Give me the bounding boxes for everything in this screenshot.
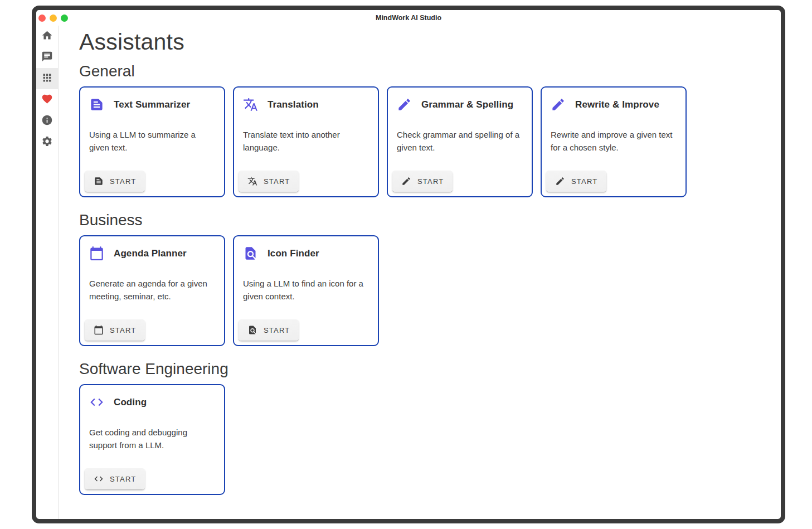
apps-grid-icon [41, 72, 53, 86]
pencil-icon [555, 176, 565, 186]
section-software-engineering: Software Engineering Coding Get coding a… [79, 360, 770, 495]
card-row: Agenda Planner Generate an agenda for a … [79, 235, 770, 346]
code-icon [94, 474, 104, 484]
main-content: Assistants General Text Summarizer Using… [59, 26, 781, 519]
pencil-icon [401, 176, 411, 186]
find-icon [247, 325, 257, 335]
assistant-card-text-summarizer: Text Summarizer Using a LLM to summarize… [79, 86, 225, 197]
card-actions: START [80, 166, 224, 196]
card-description: Using a LLM to summarize a given text. [80, 128, 224, 154]
start-button-rewrite-improve[interactable]: START [546, 171, 606, 192]
start-button-label: START [110, 177, 136, 186]
sidebar-item-home[interactable] [36, 26, 58, 47]
card-row: Coding Get coding and debugging support … [79, 384, 770, 495]
card-title: Icon Finder [268, 248, 319, 259]
gear-icon [41, 135, 53, 149]
sidebar-item-settings[interactable] [36, 132, 58, 153]
start-button-icon-finder[interactable]: START [239, 319, 299, 341]
card-description: Get coding and debugging support from a … [80, 426, 224, 452]
assistant-card-coding: Coding Get coding and debugging support … [79, 384, 225, 495]
card-description: Check grammar and spelling of a given te… [388, 128, 532, 154]
page-title: Assistants [79, 29, 770, 55]
heart-icon [41, 93, 53, 107]
assistant-card-translation: Translation Translate text into another … [233, 86, 379, 197]
sidebar-item-favorites[interactable] [36, 89, 58, 110]
card-header: Text Summarizer [80, 88, 224, 112]
start-button-label: START [571, 177, 597, 186]
start-button-label: START [264, 326, 290, 334]
start-button-coding[interactable]: START [85, 468, 145, 489]
card-header: Icon Finder [234, 236, 378, 261]
start-button-translation[interactable]: START [239, 171, 299, 192]
sections-container: General Text Summarizer Using a LLM to s… [79, 62, 770, 495]
card-description: Rewrite and improve a given text for a c… [542, 128, 685, 154]
card-description: Using a LLM to find an icon for a given … [234, 277, 378, 303]
info-icon [41, 114, 53, 128]
calendar-icon [89, 246, 104, 261]
pencil-icon [397, 97, 412, 112]
section-title: Software Engineering [79, 360, 770, 378]
section-general: General Text Summarizer Using a LLM to s… [79, 62, 770, 197]
card-description: Translate text into another language. [234, 128, 378, 154]
sidebar-item-assistants[interactable] [36, 68, 58, 89]
sidebar-item-about[interactable] [36, 110, 58, 132]
card-title: Agenda Planner [114, 248, 187, 259]
card-header: Rewrite & Improve [542, 88, 685, 112]
calendar-icon [94, 325, 104, 335]
app-window: MindWork AI Studio Assistants General Te… [32, 6, 785, 523]
card-actions: START [234, 315, 378, 345]
card-actions: START [542, 166, 685, 196]
card-title: Text Summarizer [114, 99, 190, 110]
zoom-button[interactable] [61, 14, 68, 22]
assistant-card-rewrite-improve: Rewrite & Improve Rewrite and improve a … [541, 86, 687, 197]
start-button-agenda-planner[interactable]: START [85, 319, 145, 341]
sidebar [36, 26, 59, 519]
home-icon [41, 30, 53, 43]
window-title: MindWork AI Studio [36, 14, 781, 22]
assistant-card-grammar-spelling: Grammar & Spelling Check grammar and spe… [387, 86, 533, 197]
card-description: Generate an agenda for a given meeting, … [80, 277, 224, 303]
assistant-card-icon-finder: Icon Finder Using a LLM to find an icon … [233, 235, 379, 346]
card-row: Text Summarizer Using a LLM to summarize… [79, 86, 770, 197]
card-header: Agenda Planner [80, 236, 224, 261]
traffic-lights [36, 14, 68, 22]
section-title: General [79, 62, 770, 80]
card-title: Translation [268, 99, 319, 110]
title-bar: MindWork AI Studio [36, 10, 781, 26]
start-button-label: START [264, 177, 290, 186]
card-actions: START [234, 166, 378, 196]
section-title: Business [79, 211, 770, 229]
text-snippet-icon [89, 97, 104, 112]
section-business: Business Agenda Planner Generate an agen… [79, 211, 770, 346]
pencil-icon [551, 97, 566, 112]
start-button-label: START [417, 177, 444, 186]
app-body: Assistants General Text Summarizer Using… [36, 26, 781, 519]
text-snippet-icon [94, 176, 104, 186]
card-title: Coding [114, 397, 147, 408]
card-header: Coding [80, 385, 224, 410]
minimize-button[interactable] [50, 14, 57, 22]
close-button[interactable] [38, 14, 46, 22]
start-button-label: START [110, 475, 136, 483]
sidebar-item-chats[interactable] [36, 47, 58, 68]
start-button-label: START [110, 326, 136, 334]
code-icon [89, 395, 104, 410]
translate-icon [243, 97, 258, 112]
card-actions: START [80, 464, 224, 494]
card-actions: START [388, 166, 532, 196]
assistant-card-agenda-planner: Agenda Planner Generate an agenda for a … [79, 235, 225, 346]
card-header: Translation [234, 88, 378, 112]
card-header: Grammar & Spelling [388, 88, 532, 112]
find-icon [243, 246, 258, 261]
card-actions: START [80, 315, 224, 345]
card-title: Rewrite & Improve [575, 99, 659, 110]
chat-icon [41, 51, 53, 65]
start-button-grammar-spelling[interactable]: START [392, 171, 453, 192]
start-button-text-summarizer[interactable]: START [85, 171, 145, 192]
translate-icon [247, 176, 257, 186]
card-title: Grammar & Spelling [421, 99, 513, 110]
